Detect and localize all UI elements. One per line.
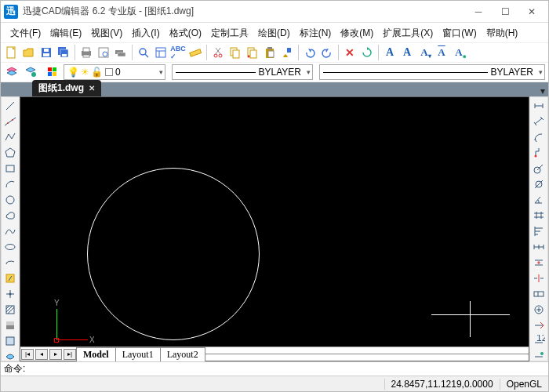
nav-first-icon[interactable]: |◂ (21, 349, 34, 360)
document-tab[interactable]: 图纸1.dwg ✕ (32, 80, 101, 96)
layer-color-icon[interactable] (45, 64, 60, 80)
measure-icon[interactable] (187, 45, 203, 60)
menu-help[interactable]: 帮助(H) (482, 24, 523, 42)
text-style-a1-icon[interactable]: A (382, 45, 398, 60)
svg-rect-37 (53, 72, 56, 76)
nav-prev-icon[interactable]: ◂ (35, 349, 48, 360)
cut-icon[interactable] (210, 45, 226, 60)
text-style-a5-icon[interactable]: A● (451, 45, 467, 60)
lineweight-dropdown[interactable]: BYLAYER (319, 64, 545, 80)
dim-radius-icon[interactable] (531, 162, 547, 176)
properties-icon[interactable] (153, 45, 169, 60)
dim-break-icon[interactable] (531, 271, 547, 285)
refresh-icon[interactable] (359, 45, 375, 60)
dim-angular-icon[interactable] (531, 193, 547, 207)
save-all-icon[interactable] (56, 45, 71, 60)
menu-view[interactable]: 视图(V) (86, 24, 127, 42)
revision-cloud-icon[interactable] (2, 209, 18, 223)
text-style-a2-icon[interactable]: A (399, 45, 415, 60)
layout-tab-layout1[interactable]: Layout1 (115, 347, 161, 361)
gradient-icon[interactable] (2, 318, 18, 332)
menu-format[interactable]: 格式(O) (165, 24, 206, 42)
tolerance-icon[interactable] (531, 287, 547, 301)
svg-line-38 (6, 102, 14, 110)
menu-custom-tools[interactable]: 定制工具 (206, 24, 253, 42)
rectangle-icon[interactable] (2, 162, 18, 176)
delete-icon[interactable]: ✕ (342, 45, 358, 60)
menu-draw[interactable]: 绘图(D) (253, 24, 295, 42)
print-icon[interactable] (78, 45, 94, 60)
layout-tab-layout2[interactable]: Layout2 (160, 347, 205, 361)
ellipse-icon[interactable] (2, 240, 18, 254)
quick-dim-icon[interactable] (531, 209, 547, 223)
menu-extend-tools[interactable]: 扩展工具(X) (378, 24, 438, 42)
drawing-canvas[interactable]: Y X (20, 97, 529, 347)
copy-icon[interactable] (227, 45, 243, 60)
dim-baseline-icon[interactable] (531, 224, 547, 238)
minimize-button[interactable]: ─ (465, 3, 492, 20)
text-style-a4-icon[interactable]: A (434, 45, 449, 60)
construction-line-icon[interactable] (2, 114, 18, 129)
spell-check-icon[interactable]: ABC✓ (170, 45, 186, 60)
dim-edit-icon[interactable] (531, 318, 547, 332)
ellipse-arc-icon[interactable] (2, 256, 18, 270)
menu-modify[interactable]: 修改(M) (336, 24, 378, 42)
tab-overflow-icon[interactable]: ▾ (540, 85, 545, 96)
arc-icon[interactable] (2, 177, 18, 191)
point-icon[interactable] (2, 287, 18, 301)
menu-window[interactable]: 窗口(W) (438, 24, 481, 42)
region-icon[interactable] (2, 334, 18, 348)
dim-ordinate-icon[interactable] (531, 146, 547, 160)
menu-dimension[interactable]: 标注(N) (295, 24, 336, 42)
dim-linear-icon[interactable] (531, 99, 547, 113)
new-icon[interactable] (4, 45, 20, 60)
hatch-icon[interactable] (2, 303, 18, 317)
nav-last-icon[interactable]: ▸| (64, 349, 76, 360)
command-line[interactable]: 命令: (1, 361, 548, 376)
svg-point-63 (535, 155, 537, 158)
dim-diameter-icon[interactable] (531, 177, 547, 191)
open-icon[interactable] (21, 45, 37, 60)
paste-icon[interactable] (262, 45, 278, 60)
layer-manager-icon[interactable] (4, 64, 20, 80)
circle-entity[interactable] (87, 168, 260, 340)
svg-rect-31 (268, 51, 274, 57)
work-area: Y X |◂ ◂ ▸ ▸| Model Layout1 Layout2 (1, 96, 548, 361)
text-style-a3-icon[interactable]: A▾ (416, 45, 432, 60)
polyline-icon[interactable] (2, 130, 18, 144)
title-bar: 迅 迅捷CAD编辑器 6.2 专业版 - [图纸1.dwg] ─ ☐ ✕ (1, 1, 548, 23)
line-icon[interactable] (2, 99, 18, 113)
polygon-icon[interactable] (2, 146, 18, 160)
close-tab-icon[interactable]: ✕ (89, 84, 95, 93)
dim-space-icon[interactable] (531, 256, 547, 270)
find-icon[interactable] (136, 45, 151, 60)
svg-rect-32 (287, 48, 291, 53)
nav-next-icon[interactable]: ▸ (49, 349, 62, 360)
menu-file[interactable]: 文件(F) (5, 24, 45, 42)
layout-tab-model[interactable]: Model (76, 347, 116, 361)
document-tab-label: 图纸1.dwg (38, 82, 84, 95)
close-button[interactable]: ✕ (518, 3, 545, 20)
maximize-button[interactable]: ☐ (492, 3, 518, 20)
layer-states-icon[interactable] (23, 64, 38, 80)
redo-icon[interactable] (319, 45, 335, 60)
menu-insert[interactable]: 插入(I) (127, 24, 164, 42)
svg-line-59 (535, 118, 542, 124)
batch-print-icon[interactable] (113, 45, 129, 60)
dim-continue-icon[interactable] (531, 240, 547, 254)
copy-with-base-icon[interactable] (245, 45, 260, 60)
match-properties-icon[interactable] (279, 45, 295, 60)
linetype-dropdown[interactable]: BYLAYER (172, 64, 313, 80)
save-icon[interactable] (38, 45, 54, 60)
dim-text-edit-icon[interactable]: 12 (531, 334, 547, 348)
circle-icon[interactable] (2, 193, 18, 207)
center-mark-icon[interactable] (531, 303, 547, 317)
undo-icon[interactable] (302, 45, 318, 60)
spline-icon[interactable] (2, 224, 18, 238)
dim-arc-icon[interactable] (531, 130, 547, 144)
dim-aligned-icon[interactable] (531, 114, 547, 129)
print-preview-icon[interactable] (96, 45, 111, 60)
insert-block-icon[interactable] (2, 271, 18, 285)
layer-dropdown[interactable]: 💡 ☀ 🔓 0 (64, 64, 165, 80)
menu-edit[interactable]: 编辑(E) (45, 24, 86, 42)
